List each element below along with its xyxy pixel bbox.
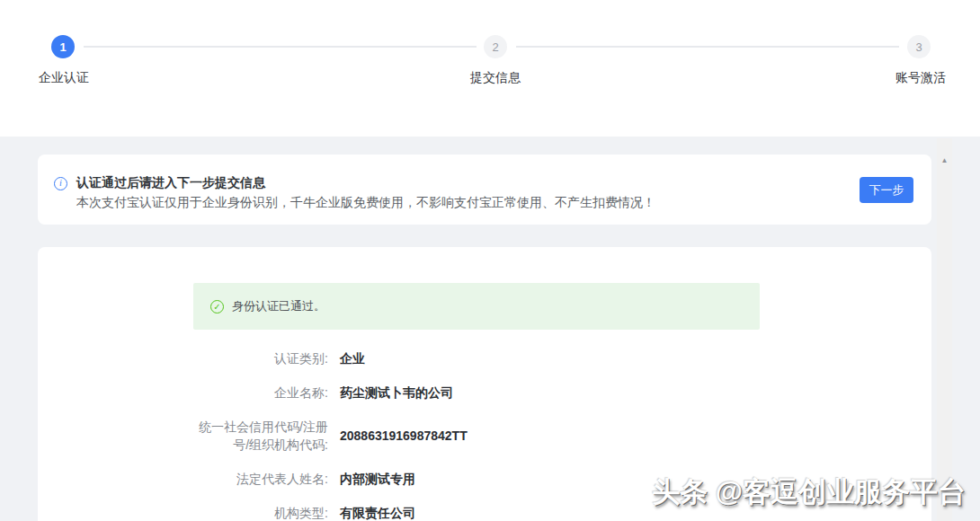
step-3-label: 账号激活 xyxy=(895,70,946,86)
step-2-label: 提交信息 xyxy=(470,70,521,86)
field-label: 机构类型: xyxy=(193,504,328,521)
stepper-header: 1 2 3 企业认证 提交信息 账号激活 xyxy=(0,0,980,137)
field-value: 2088631916987842TT xyxy=(340,427,468,445)
field-label: 法定代表人姓名: xyxy=(193,470,328,488)
step-1-circle: 1 xyxy=(51,35,75,58)
field-label: 统一社会信用代码/注册号/组织机构代码: xyxy=(193,418,328,454)
step-3-circle: 3 xyxy=(907,35,931,58)
watermark-text: 头条 @客逗创业服务平台 xyxy=(652,473,966,511)
info-icon: i xyxy=(54,177,67,190)
field-label: 企业名称: xyxy=(193,384,328,402)
step-2-circle: 2 xyxy=(484,35,507,58)
alert-description: 本次支付宝认证仅用于企业身份识别，千牛企业版免费使用，不影响支付宝正常使用、不产… xyxy=(76,195,655,211)
alert-title: 认证通过后请进入下一步提交信息 xyxy=(76,175,265,191)
success-message: 身份认证已通过。 xyxy=(232,298,325,314)
enterprise-certification-page: 1 2 3 企业认证 提交信息 账号激活 i 认证通过后请进入下一步提交信息 本… xyxy=(0,0,980,521)
next-step-button[interactable]: 下一步 xyxy=(860,177,913,203)
field-value: 企业 xyxy=(340,349,365,367)
check-circle-icon: ✓ xyxy=(210,300,224,313)
scroll-up-arrow-icon[interactable]: ▲ xyxy=(937,156,952,164)
field-label: 认证类别: xyxy=(193,349,328,367)
field-value: 有限责任公司 xyxy=(340,504,415,521)
success-banner: ✓ 身份认证已通过。 xyxy=(193,283,760,330)
form-row-cert-type: 认证类别: 企业 xyxy=(193,349,931,367)
step-connector-2 xyxy=(516,46,899,48)
step-connector-1 xyxy=(84,46,477,48)
field-value: 内部测试专用 xyxy=(340,470,415,488)
form-row-credit-code: 统一社会信用代码/注册号/组织机构代码: 2088631916987842TT xyxy=(193,418,931,454)
step-1-label: 企业认证 xyxy=(39,70,89,86)
field-value: 药尘测试卜韦的公司 xyxy=(340,384,453,402)
vertical-scrollbar[interactable]: ▲ xyxy=(937,138,952,521)
form-row-company-name: 企业名称: 药尘测试卜韦的公司 xyxy=(193,384,931,402)
alert-card: i 认证通过后请进入下一步提交信息 本次支付宝认证仅用于企业身份识别，千牛企业版… xyxy=(38,155,931,225)
